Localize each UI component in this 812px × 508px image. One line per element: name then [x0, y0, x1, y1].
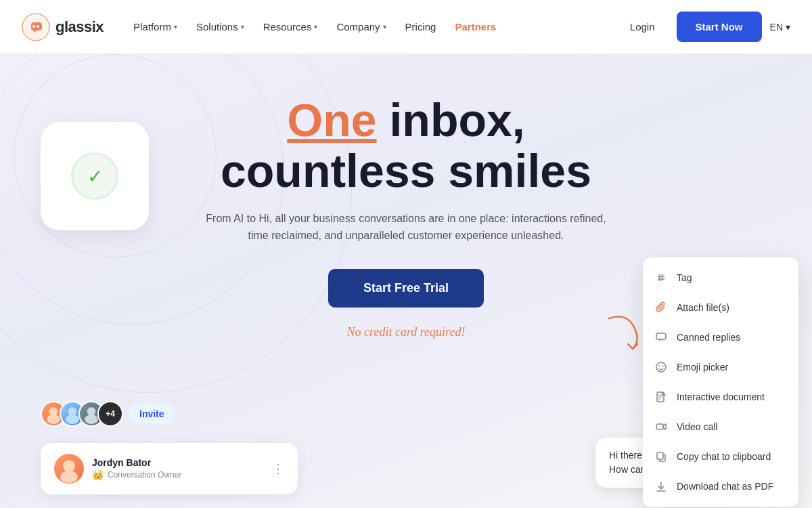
more-options-button[interactable]: ⋮	[272, 461, 284, 476]
svg-point-4	[47, 415, 60, 424]
svg-line-13	[659, 274, 660, 281]
start-now-button[interactable]: Start Now	[677, 12, 762, 42]
nav-platform[interactable]: Platform ▾	[125, 16, 185, 38]
menu-item-copy[interactable]: Copy chat to clipboard	[643, 442, 798, 471]
conversation-avatar	[54, 454, 84, 484]
hash-icon	[654, 270, 669, 285]
doc-icon	[654, 389, 669, 404]
chevron-down-icon: ▾	[174, 23, 177, 30]
chevron-down-icon: ▾	[786, 22, 790, 33]
navbar: glassix Platform ▾ Solutions ▾ Resources…	[0, 0, 812, 54]
avatar-count: +4	[97, 401, 123, 427]
menu-item-canned[interactable]: Canned replies	[643, 322, 798, 352]
start-free-trial-button[interactable]: Start Free Trial	[328, 269, 484, 308]
avatar-stack: +4	[41, 401, 123, 427]
logo[interactable]: glassix	[22, 13, 104, 41]
menu-attach-label: Attach file(s)	[677, 302, 729, 313]
checkmark-icon: ✓	[87, 165, 103, 188]
svg-rect-15	[656, 333, 666, 339]
menu-item-tag[interactable]: Tag	[643, 263, 798, 293]
svg-rect-20	[656, 424, 663, 429]
hero-title-highlight: One	[287, 94, 376, 146]
video-icon	[654, 419, 669, 434]
menu-item-document[interactable]: Interactive document	[643, 382, 798, 412]
menu-video-label: Video call	[677, 421, 717, 432]
no-credit-card-label: No credit card required!	[347, 325, 466, 339]
copy-icon	[654, 449, 669, 464]
conversation-owner-name: Jordyn Bator	[92, 457, 264, 468]
dropdown-menu: Tag Attach file(s) Canned replies Emoji …	[643, 257, 798, 507]
logo-text: glassix	[55, 18, 104, 36]
invite-button[interactable]: Invite	[129, 403, 175, 425]
hero-section: ✓ One inbox, countless smiles From AI to…	[0, 54, 812, 508]
nav-solutions[interactable]: Solutions ▾	[188, 16, 252, 38]
hero-content: One inbox, countless smiles From AI to H…	[203, 95, 609, 339]
chevron-down-icon: ▾	[241, 23, 244, 30]
svg-point-10	[60, 471, 78, 483]
svg-point-18	[662, 366, 664, 367]
avatars-row: +4 Invite	[41, 401, 175, 427]
login-button[interactable]: Login	[616, 14, 669, 39]
conversation-owner-label: Conversation Owner	[108, 470, 181, 480]
svg-point-7	[87, 407, 96, 416]
menu-download-label: Download chat as PDF	[677, 481, 773, 492]
hero-title-line2: countless smiles	[221, 145, 591, 196]
logo-icon	[22, 13, 50, 41]
chevron-down-icon: ▾	[314, 23, 317, 30]
svg-point-6	[66, 415, 79, 424]
conversation-owner-row: 👑 Conversation Owner	[92, 469, 264, 480]
nav-resources[interactable]: Resources ▾	[255, 16, 326, 38]
svg-point-16	[656, 362, 666, 372]
conversation-info: Jordyn Bator 👑 Conversation Owner	[92, 457, 264, 480]
menu-item-emoji[interactable]: Emoji picker	[643, 352, 798, 382]
chat-card-inner: ✓	[71, 152, 118, 200]
nav-links: Platform ▾ Solutions ▾ Resources ▾ Compa…	[125, 16, 611, 38]
conversation-card: Jordyn Bator 👑 Conversation Owner ⋮	[41, 443, 298, 494]
svg-point-2	[37, 25, 39, 28]
svg-point-9	[63, 460, 75, 472]
hero-subtitle: From AI to Hi, all your business convers…	[203, 210, 609, 245]
download-icon	[654, 479, 669, 494]
chevron-down-icon: ▾	[383, 23, 386, 30]
menu-canned-label: Canned replies	[677, 332, 740, 343]
nav-partners[interactable]: Partners	[447, 16, 504, 38]
language-selector[interactable]: EN ▾	[770, 22, 790, 33]
nav-company[interactable]: Company ▾	[328, 16, 394, 38]
nav-right: Login Start Now EN ▾	[616, 12, 790, 42]
menu-copy-label: Copy chat to clipboard	[677, 451, 771, 462]
menu-emoji-label: Emoji picker	[677, 362, 728, 373]
menu-document-label: Interactive document	[677, 391, 765, 402]
menu-item-attach[interactable]: Attach file(s)	[643, 293, 798, 322]
svg-point-5	[68, 407, 77, 416]
hero-title: One inbox, countless smiles	[203, 95, 609, 196]
speech-icon	[654, 330, 669, 345]
svg-line-14	[662, 274, 662, 281]
paperclip-icon	[654, 300, 669, 315]
svg-point-3	[49, 407, 58, 416]
svg-point-8	[85, 415, 98, 424]
svg-point-1	[32, 25, 35, 28]
hero-title-rest: inbox,	[377, 94, 525, 146]
crown-icon: 👑	[92, 469, 104, 480]
smile-icon	[654, 360, 669, 375]
svg-point-17	[659, 366, 660, 367]
svg-rect-22	[657, 452, 663, 459]
menu-tag-label: Tag	[677, 272, 692, 283]
menu-item-video[interactable]: Video call	[643, 412, 798, 442]
nav-pricing[interactable]: Pricing	[397, 16, 445, 38]
menu-item-download[interactable]: Download chat as PDF	[643, 471, 798, 501]
chat-card: ✓	[41, 122, 149, 230]
